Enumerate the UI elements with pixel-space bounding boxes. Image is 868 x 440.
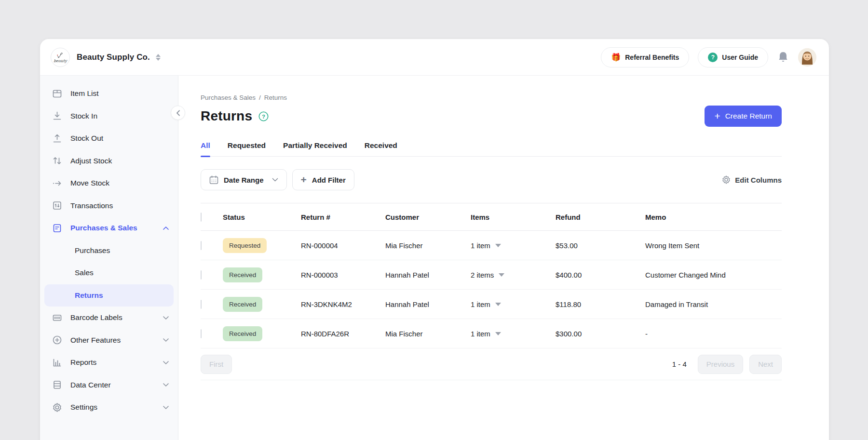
status-badge: Received bbox=[223, 267, 262, 282]
user-avatar[interactable] bbox=[798, 48, 816, 67]
status-tabs: AllRequestedPartially ReceivedReceived bbox=[201, 141, 782, 157]
sidebar-item-move-stock[interactable]: Move Stock bbox=[40, 172, 178, 195]
help-circle-icon[interactable]: ? bbox=[258, 111, 269, 121]
sort-up-icon bbox=[156, 54, 161, 57]
edit-columns-button[interactable]: Edit Columns bbox=[722, 175, 782, 184]
page-title: Returns bbox=[201, 108, 252, 124]
items-dropdown[interactable]: 1 item bbox=[471, 330, 556, 338]
items-dropdown[interactable]: 1 item bbox=[471, 300, 556, 308]
logo-wordmark: beauty bbox=[54, 59, 67, 63]
sidebar-item-stock-out[interactable]: Stock Out bbox=[40, 127, 178, 150]
breadcrumb-separator: / bbox=[259, 94, 261, 101]
sidebar-item-sales[interactable]: Sales bbox=[44, 262, 174, 284]
sidebar-item-other-features[interactable]: Other Features bbox=[40, 329, 178, 352]
tab-partially-received[interactable]: Partially Received bbox=[283, 141, 347, 156]
refund-amount: $118.80 bbox=[556, 300, 645, 308]
sidebar-item-purchases-sales[interactable]: Purchases & Sales bbox=[40, 217, 178, 240]
select-all-checkbox[interactable] bbox=[201, 213, 202, 222]
column-header-customer[interactable]: Customer bbox=[385, 213, 471, 221]
next-page-button[interactable]: Next bbox=[749, 355, 782, 374]
column-header-items[interactable]: Items bbox=[471, 213, 556, 221]
user-guide-button[interactable]: ? User Guide bbox=[698, 47, 768, 67]
sidebar-item-label: Sales bbox=[75, 268, 94, 277]
date-range-dropdown[interactable]: Date Range bbox=[201, 169, 287, 190]
sidebar-item-data-center[interactable]: Data Center bbox=[40, 374, 178, 397]
company-logo[interactable]: beauty bbox=[51, 48, 70, 67]
question-circle-icon: ? bbox=[708, 53, 718, 62]
main-content: Purchases & Sales / Returns Returns ? + … bbox=[178, 76, 829, 440]
chevron-down-icon bbox=[272, 178, 278, 182]
column-header-memo[interactable]: Memo bbox=[645, 213, 782, 221]
stock-out-icon bbox=[52, 133, 62, 144]
tab-requested[interactable]: Requested bbox=[228, 141, 266, 156]
company-switcher[interactable] bbox=[156, 54, 161, 61]
items-count: 1 item bbox=[471, 300, 490, 308]
item-list-icon bbox=[52, 88, 62, 99]
return-number: RN-000004 bbox=[301, 241, 385, 250]
chevron-down-icon bbox=[163, 360, 169, 365]
refund-amount: $53.00 bbox=[556, 241, 645, 250]
items-dropdown[interactable]: 1 item bbox=[471, 241, 556, 250]
row-checkbox[interactable] bbox=[201, 300, 202, 309]
settings-icon bbox=[52, 402, 62, 413]
breadcrumb: Purchases & Sales / Returns bbox=[201, 94, 782, 101]
data-center-icon bbox=[52, 380, 62, 390]
top-bar: beauty Beauty Supply Co. 🎁 Referral Bene… bbox=[40, 39, 829, 76]
calendar-icon bbox=[209, 175, 218, 185]
referral-benefits-button[interactable]: 🎁 Referral Benefits bbox=[601, 47, 689, 67]
first-page-button[interactable]: First bbox=[201, 355, 232, 374]
status-badge: Received bbox=[223, 297, 262, 312]
caret-down-icon bbox=[499, 273, 504, 277]
caret-down-icon bbox=[495, 332, 501, 335]
table-row[interactable]: ReceivedRN-000003Hannah Patel2 items$400… bbox=[201, 260, 782, 290]
add-filter-button[interactable]: + Add Filter bbox=[292, 169, 354, 190]
row-checkbox[interactable] bbox=[201, 329, 202, 338]
stock-in-icon bbox=[52, 111, 62, 121]
purchases-sales-icon bbox=[52, 223, 62, 233]
sidebar-item-settings[interactable]: Settings bbox=[40, 396, 178, 419]
create-return-button[interactable]: + Create Return bbox=[705, 106, 782, 127]
filter-bar: Date Range + Add Filter bbox=[201, 169, 782, 190]
breadcrumb-purchases-sales[interactable]: Purchases & Sales bbox=[201, 94, 256, 101]
previous-page-button[interactable]: Previous bbox=[698, 355, 743, 374]
sidebar-item-label: Data Center bbox=[70, 381, 111, 389]
sidebar-item-label: Move Stock bbox=[70, 179, 109, 187]
sidebar-item-reports[interactable]: Reports bbox=[40, 351, 178, 374]
chevron-down-icon bbox=[163, 316, 169, 320]
tab-all[interactable]: All bbox=[201, 141, 210, 156]
transactions-icon bbox=[52, 200, 62, 211]
reports-icon bbox=[52, 357, 62, 368]
status-badge: Requested bbox=[223, 238, 267, 253]
sidebar-item-adjust-stock[interactable]: Adjust Stock bbox=[40, 150, 178, 173]
row-checkbox[interactable] bbox=[201, 241, 202, 250]
sidebar-item-label: Returns bbox=[75, 291, 103, 300]
table-row[interactable]: RequestedRN-000004Mia Fischer1 item$53.0… bbox=[201, 231, 782, 260]
items-count: 2 items bbox=[471, 271, 494, 279]
sidebar-item-stock-in[interactable]: Stock In bbox=[40, 105, 178, 128]
row-checkbox[interactable] bbox=[201, 270, 202, 280]
caret-down-icon bbox=[495, 303, 501, 306]
table-row[interactable]: ReceivedRN-80DFA26RMia Fischer1 item$300… bbox=[201, 319, 782, 348]
sidebar-item-returns[interactable]: Returns bbox=[44, 284, 174, 307]
sidebar-collapse-button[interactable] bbox=[171, 106, 185, 120]
column-header-refund[interactable]: Refund bbox=[556, 213, 645, 221]
column-header-status[interactable]: Status bbox=[223, 213, 301, 221]
column-header-return-no[interactable]: Return # bbox=[301, 213, 385, 221]
return-number: RN-3DKNK4M2 bbox=[301, 300, 385, 308]
items-dropdown[interactable]: 2 items bbox=[471, 271, 556, 279]
move-stock-icon bbox=[52, 178, 62, 188]
refund-amount: $300.00 bbox=[556, 330, 645, 338]
sidebar-item-transactions[interactable]: Transactions bbox=[40, 195, 178, 217]
sidebar-item-item-list[interactable]: Item List bbox=[40, 82, 178, 105]
sidebar-item-purchases[interactable]: Purchases bbox=[44, 240, 174, 262]
table-row[interactable]: ReceivedRN-3DKNK4M2Hannah Patel1 item$11… bbox=[201, 290, 782, 319]
breadcrumb-returns[interactable]: Returns bbox=[264, 94, 287, 101]
page-range-label: 1 - 4 bbox=[672, 360, 687, 368]
customer-name: Hannah Patel bbox=[385, 300, 471, 308]
customer-name: Mia Fischer bbox=[385, 330, 471, 338]
tab-received[interactable]: Received bbox=[365, 141, 397, 156]
gear-icon bbox=[722, 175, 731, 184]
sidebar-item-label: Other Features bbox=[70, 336, 121, 345]
notifications-bell-icon[interactable] bbox=[777, 51, 789, 64]
sidebar-item-barcode-labels[interactable]: Barcode Labels bbox=[40, 307, 178, 329]
